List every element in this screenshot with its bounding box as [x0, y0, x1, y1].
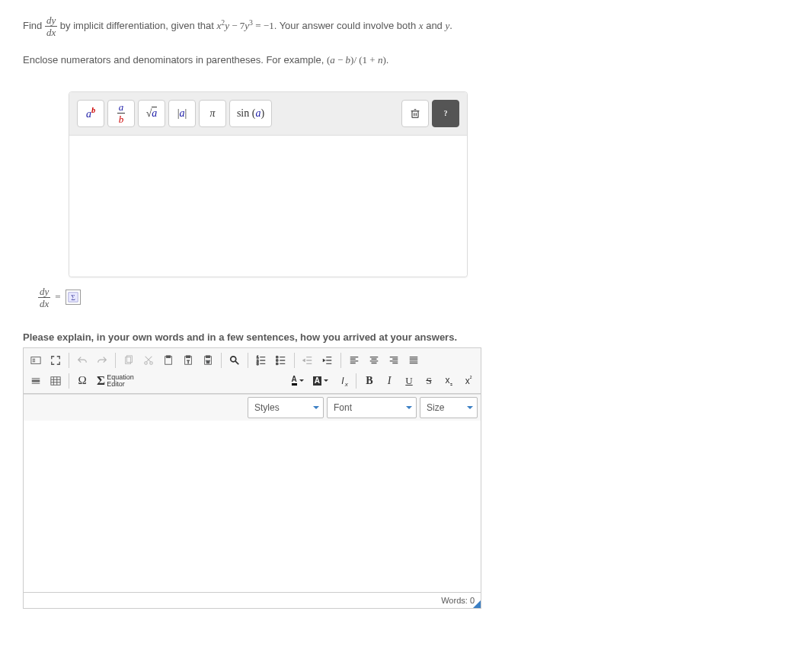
rich-text-body[interactable]	[24, 421, 481, 592]
special-char-button[interactable]: Ω	[73, 372, 91, 390]
cut-icon	[143, 355, 154, 366]
redo-button[interactable]	[93, 351, 111, 370]
align-justify-icon	[408, 355, 419, 366]
table-icon	[50, 376, 61, 386]
svg-rect-13	[186, 356, 190, 358]
italic-button[interactable]: I	[380, 372, 398, 390]
svg-point-9	[150, 362, 153, 365]
rich-editor-toolbar: T W 123	[24, 348, 481, 394]
svg-rect-16	[206, 356, 209, 358]
maximize-button[interactable]	[46, 351, 65, 370]
equation-placeholder-icon[interactable]: Σ	[66, 290, 81, 305]
fraction-button[interactable]: a b	[107, 100, 135, 127]
separator	[69, 373, 69, 389]
sigma-icon: Σ	[68, 292, 78, 302]
undo-button[interactable]	[73, 351, 91, 370]
trash-button[interactable]	[401, 100, 429, 127]
svg-point-24	[276, 363, 278, 365]
enclose: Enclose numerators and denominators in p…	[23, 54, 324, 66]
by-implicit: by implicit differentiation, given that	[60, 20, 214, 31]
align-right-button[interactable]	[385, 351, 403, 370]
search-icon	[229, 355, 240, 366]
align-center-button[interactable]	[365, 351, 383, 370]
superscript-button[interactable]: x²	[459, 372, 478, 390]
separator	[115, 353, 116, 368]
copy-button[interactable]	[120, 351, 138, 370]
size-dropdown[interactable]: Size	[420, 397, 478, 418]
bold-button[interactable]: B	[360, 372, 379, 390]
toolbar-row-3: Styles Font Size	[24, 394, 481, 421]
strike-button[interactable]: S	[420, 372, 438, 390]
underline-button[interactable]: U	[400, 372, 418, 390]
equation-editor-button[interactable]: Σ Equation Editor	[93, 372, 138, 390]
align-left-button[interactable]	[345, 351, 363, 370]
sqrt-button[interactable]: √a	[138, 100, 165, 127]
numbered-list-icon: 123	[256, 355, 267, 366]
question-line-1: Find dy dx by implicit differentiation, …	[23, 15, 789, 37]
align-justify-button[interactable]	[404, 351, 423, 370]
paste-button[interactable]	[159, 351, 177, 370]
example-expr: (a − b)/ (1 + n)	[327, 54, 386, 66]
question-line-2: Enclose numerators and denominators in p…	[23, 53, 789, 69]
abs-button[interactable]: |a|	[168, 100, 196, 127]
find-label: Find	[23, 20, 42, 31]
svg-text:Σ: Σ	[71, 293, 75, 302]
outdent-icon	[302, 355, 313, 366]
svg-point-23	[276, 359, 278, 361]
paste-word-icon: W	[203, 355, 213, 366]
copy-icon	[123, 355, 134, 366]
indent-button[interactable]	[318, 351, 337, 370]
remove-format-button[interactable]: Ix	[334, 372, 352, 390]
source-icon	[30, 355, 41, 366]
separator	[221, 353, 222, 368]
separator	[248, 353, 248, 368]
equation-input-area[interactable]	[69, 135, 467, 277]
answer-dydx: dy dx	[38, 286, 50, 309]
source-button[interactable]	[27, 351, 45, 370]
paste-text-button[interactable]: T	[179, 351, 197, 370]
trash-icon	[409, 107, 421, 120]
outdent-button[interactable]	[299, 351, 317, 370]
equation-editor: ab a b √a |a| π sin (a)	[69, 91, 468, 277]
table-button[interactable]	[46, 372, 65, 390]
find-button[interactable]	[225, 351, 244, 370]
indent-icon	[322, 355, 333, 366]
help-button[interactable]: ?	[432, 100, 459, 127]
bg-color-button[interactable]: A	[309, 372, 332, 390]
toolbar-row-1: T W 123	[27, 351, 478, 370]
text-color-button[interactable]: A	[288, 372, 308, 390]
pi-button[interactable]: π	[199, 100, 226, 127]
align-left-icon	[349, 355, 360, 366]
bullet-list-button[interactable]	[272, 351, 290, 370]
numbered-list-button[interactable]: 123	[252, 351, 270, 370]
question-text: Find dy dx by implicit differentiation, …	[23, 15, 789, 69]
subscript-button[interactable]: x₂	[440, 372, 458, 390]
redo-icon	[97, 355, 107, 366]
font-dropdown[interactable]: Font	[327, 397, 417, 418]
period: .	[449, 20, 452, 31]
dy-dx-frac: dy dx	[45, 15, 57, 37]
paste-word-button[interactable]: W	[199, 351, 217, 370]
exponent-button[interactable]: ab	[77, 100, 104, 127]
rich-text-editor: T W 123	[23, 347, 481, 609]
hr-icon	[30, 376, 41, 386]
sin-button[interactable]: sin (a)	[229, 100, 272, 127]
cut-button[interactable]	[139, 351, 158, 370]
styles-dropdown[interactable]: Styles	[248, 397, 324, 418]
equation: x2y − 7y3 = −1	[217, 20, 274, 31]
resize-handle[interactable]	[473, 600, 481, 608]
answer-row: dy dx = Σ	[38, 286, 789, 309]
separator	[69, 353, 69, 368]
maximize-icon	[50, 355, 61, 366]
svg-text:T: T	[187, 359, 190, 363]
svg-text:W: W	[206, 359, 210, 363]
align-center-icon	[369, 355, 379, 366]
bullet-list-icon	[276, 355, 286, 366]
toolbar-row-2: Ω Σ Equation Editor A A Ix B I U S x₂ x²	[27, 372, 478, 390]
svg-point-22	[276, 356, 278, 358]
var-x: x	[419, 20, 424, 31]
hr-button[interactable]	[27, 372, 45, 390]
svg-point-8	[145, 362, 148, 365]
tail: . Your answer could involve both	[274, 20, 416, 31]
separator	[356, 373, 356, 389]
